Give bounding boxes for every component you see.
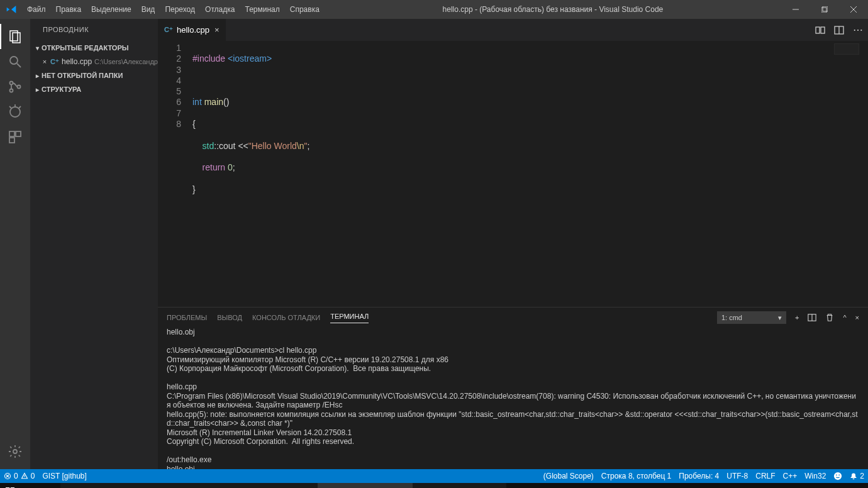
panel-tab-terminal[interactable]: ТЕРМИНАЛ [330, 313, 369, 323]
tab-label: hello.cpp [177, 25, 209, 35]
menu-edit[interactable]: Правка [51, 0, 87, 19]
taskbar-app-documents1[interactable]: Документы [177, 483, 237, 488]
tab-close-icon[interactable]: × [214, 25, 220, 35]
svg-point-7 [10, 57, 18, 64]
maximize-panel-icon[interactable]: ^ [843, 314, 846, 321]
taskbar-app-documents2[interactable]: Документы [258, 483, 318, 488]
status-target[interactable]: Win32 [801, 472, 830, 480]
menu-selection[interactable]: Выделение [86, 0, 136, 19]
file-path: C:\Users\Александр\Documents [94, 58, 158, 65]
menu-terminal[interactable]: Терминал [240, 0, 284, 19]
panel-tab-debug-console[interactable]: КОНСОЛЬ ОТЛАДКИ [252, 314, 320, 321]
compare-changes-icon[interactable] [815, 25, 825, 35]
cpp-file-icon: C⁺ [164, 26, 173, 34]
menu-help[interactable]: Справка [285, 0, 325, 19]
status-feedback-icon[interactable] [830, 472, 846, 480]
taskbar-taskview-icon[interactable] [40, 483, 60, 488]
panel-tab-output[interactable]: ВЫВОД [217, 314, 242, 321]
status-cursor-pos[interactable]: Строка 8, столбец 1 [598, 472, 675, 480]
svg-rect-17 [16, 131, 21, 136]
split-terminal-icon[interactable] [808, 313, 816, 322]
status-scope[interactable]: (Global Scope) [540, 472, 598, 480]
activity-debug-icon[interactable] [0, 99, 30, 125]
section-no-folder[interactable]: ▸ НЕТ ОТКРЫТОЙ ПАПКИ [30, 69, 158, 82]
chevron-right-icon: ▸ [33, 86, 42, 93]
taskbar-app-explorer1[interactable] [156, 483, 177, 488]
svg-point-32 [839, 474, 840, 475]
status-encoding[interactable]: UTF-8 [723, 472, 752, 480]
kill-terminal-icon[interactable] [825, 313, 834, 322]
svg-rect-16 [9, 131, 14, 136]
split-editor-icon[interactable] [834, 25, 844, 35]
taskbar-app-chrome[interactable]: Unreal Engine C++ D... [60, 483, 156, 488]
svg-point-30 [834, 472, 842, 480]
close-file-icon[interactable]: × [42, 58, 48, 65]
svg-point-19 [13, 450, 17, 453]
svg-line-14 [19, 106, 21, 108]
terminal-body[interactable]: hello.obj c:\Users\Александр\Documents>c… [158, 328, 868, 469]
chevron-down-icon: ▾ [778, 314, 782, 322]
side-bar: ПРОВОДНИК ▾ ОТКРЫТЫЕ РЕДАКТОРЫ × C⁺ hell… [30, 19, 158, 469]
menu-view[interactable]: Вид [136, 0, 160, 19]
svg-point-11 [18, 86, 21, 89]
open-editor-file[interactable]: × C⁺ hello.cpp C:\Users\Александр\Docume… [30, 55, 158, 69]
menu-go[interactable]: Переход [160, 0, 200, 19]
svg-point-10 [10, 89, 13, 92]
taskbar-search-icon[interactable] [20, 483, 40, 488]
app-logo-icon [0, 4, 22, 14]
editor-tabs: C⁺ hello.cpp × ⋯ [158, 19, 868, 41]
taskbar-app-explorer2[interactable] [236, 483, 258, 488]
windows-taskbar: Unreal Engine C++ D... Документы Докумен… [0, 483, 868, 488]
start-button[interactable] [0, 483, 20, 488]
svg-line-8 [17, 64, 21, 67]
more-actions-icon[interactable]: ⋯ [853, 24, 863, 36]
menu-debug[interactable]: Отладка [200, 0, 240, 19]
status-errors[interactable]: 0 0 [0, 472, 38, 480]
activity-extensions-icon[interactable] [0, 125, 30, 150]
svg-rect-1 [821, 8, 826, 13]
status-lang[interactable]: C++ [779, 472, 801, 480]
activity-explorer-icon[interactable] [0, 24, 30, 49]
side-bar-title: ПРОВОДНИК [30, 19, 158, 41]
panel-tab-problems[interactable]: ПРОБЛЕМЫ [167, 314, 207, 321]
minimap[interactable] [834, 43, 859, 55]
cpp-file-icon: C⁺ [50, 58, 59, 66]
code-content[interactable]: #include <iostream> int main() { std::co… [192, 41, 868, 307]
close-panel-icon[interactable]: × [855, 314, 859, 321]
window-title: hello.cpp - (Рабочая область) без назван… [325, 5, 781, 14]
status-eol[interactable]: CRLF [752, 472, 779, 480]
svg-point-12 [10, 107, 20, 117]
bottom-panel: ПРОБЛЕМЫ ВЫВОД КОНСОЛЬ ОТЛАДКИ ТЕРМИНАЛ … [158, 307, 868, 469]
chevron-right-icon: ▸ [33, 72, 42, 79]
editor-area: C⁺ hello.cpp × ⋯ 1234 5678 #include <ios… [158, 19, 868, 469]
activity-bar [0, 19, 30, 469]
line-gutter: 1234 5678 [158, 41, 192, 307]
terminal-output: hello.obj c:\Users\Александр\Documents>c… [167, 328, 858, 469]
menu-file[interactable]: Файл [22, 0, 51, 19]
svg-rect-18 [9, 138, 14, 143]
activity-search-icon[interactable] [0, 49, 30, 74]
taskbar-app-vscode[interactable]: hello.cpp - (Рабочая ... [318, 483, 413, 488]
activity-settings-icon[interactable] [0, 439, 30, 464]
svg-point-31 [836, 474, 837, 475]
status-notifications[interactable]: 2 [846, 472, 868, 480]
svg-rect-21 [821, 27, 825, 33]
window-close-icon[interactable] [839, 0, 868, 19]
taskbar-app-visualstudio[interactable]: hello - Microsoft Visu... [413, 483, 506, 488]
code-editor[interactable]: 1234 5678 #include <iostream> int main()… [158, 41, 868, 307]
new-terminal-icon[interactable]: + [795, 314, 799, 321]
title-bar: Файл Правка Выделение Вид Переход Отладк… [0, 0, 868, 19]
svg-line-15 [9, 106, 11, 108]
chevron-down-icon: ▾ [33, 45, 42, 52]
status-spaces[interactable]: Пробелы: 4 [675, 472, 723, 480]
section-outline[interactable]: ▸ СТРУКТУРА [30, 82, 158, 96]
activity-scm-icon[interactable] [0, 74, 30, 99]
file-name: hello.cpp [62, 57, 92, 66]
tab-hello-cpp[interactable]: C⁺ hello.cpp × [158, 19, 226, 41]
window-minimize-icon[interactable] [781, 0, 810, 19]
section-open-editors[interactable]: ▾ ОТКРЫТЫЕ РЕДАКТОРЫ [30, 41, 158, 55]
terminal-selector[interactable]: 1: cmd▾ [717, 311, 786, 324]
status-gist[interactable]: GIST [github] [38, 472, 90, 480]
status-bar: 0 0 GIST [github] (Global Scope) Строка … [0, 469, 868, 483]
window-restore-icon[interactable] [810, 0, 839, 19]
